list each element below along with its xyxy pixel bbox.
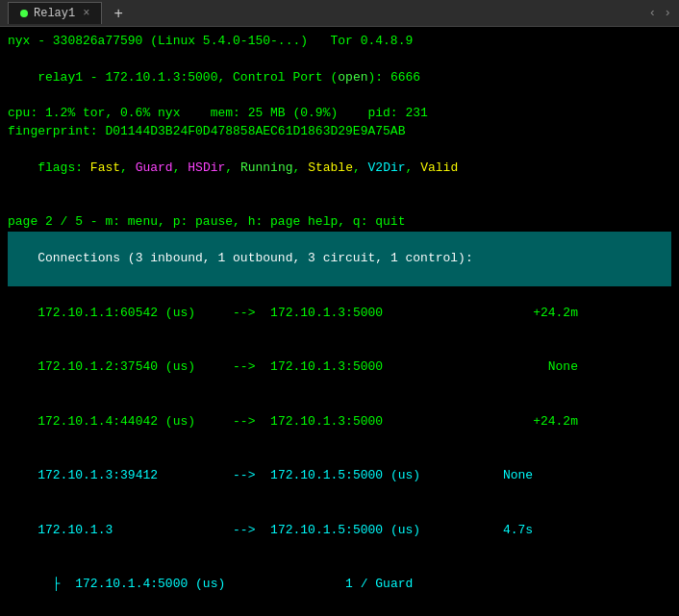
flag-hsdir: HSDir: [188, 160, 225, 175]
conn-stat-val: None: [383, 359, 578, 374]
flags-label: flags:: [38, 160, 90, 175]
conn-dst: 172.10.1.5:5000 (us): [270, 468, 420, 482]
conn-stat-val: +24.2m: [383, 306, 578, 320]
flag-sep-4: ,: [293, 160, 309, 175]
titlebar-nav: ‹ ›: [648, 6, 671, 20]
flag-sep-6: ,: [406, 160, 421, 175]
conn-row-3: 172.10.1.4:44042 (us) --> 172.10.1.3:500…: [8, 395, 671, 450]
tab-close-button[interactable]: ×: [83, 7, 89, 20]
fingerprint-line: fingerprint: D01144D3B24F0D478858AEC61D1…: [8, 123, 671, 141]
circuit-src: 172.10.1.3: [38, 523, 233, 537]
circuit-child-1-1: ├ 172.10.1.4:5000 (us) 1 / Guard: [8, 557, 671, 612]
conn-src: 172.10.1.4:44042 (us): [38, 414, 233, 429]
flag-guard: Guard: [136, 160, 173, 175]
circuit-child-1-2: ├ 172.10.1.2:5000 (us) 2 / Middle: [8, 612, 671, 616]
conn-src: 172.10.1.2:37540 (us): [38, 359, 233, 374]
conn-stat-val: None: [420, 468, 533, 482]
port-info: ): 6666: [368, 70, 421, 85]
status-line-1: nyx - 330826a77590 (Linux 5.4.0-150-...)…: [8, 33, 671, 51]
tab-relay1[interactable]: Relay1 ×: [8, 2, 102, 24]
conn-dst: 172.10.1.3:5000: [270, 359, 383, 374]
flag-sep-5: ,: [353, 160, 368, 175]
tab-label: Relay1: [34, 7, 75, 20]
conn-src: 172.10.1.1:60542 (us): [38, 306, 233, 320]
conn-dst: 172.10.1.3:5000: [270, 414, 383, 429]
status-line-3: cpu: 1.2% tor, 0.6% nyx mem: 25 MB (0.9%…: [8, 105, 671, 123]
conn-arrow: -->: [233, 306, 270, 320]
page-help-line: page 2 / 5 - m: menu, p: pause, h: page …: [8, 213, 671, 232]
flag-fast: Fast: [90, 160, 120, 175]
circuit-stat: 4.7s: [420, 523, 533, 537]
status-line-2: relay1 - 172.10.1.3:5000, Control Port (…: [8, 51, 671, 106]
titlebar: Relay1 × + ‹ ›: [0, 0, 679, 27]
conn-row-2: 172.10.1.2:37540 (us) --> 172.10.1.3:500…: [8, 340, 671, 395]
conn-dst: 172.10.1.3:5000: [270, 306, 383, 320]
flag-stable: Stable: [308, 160, 353, 175]
nav-right-icon[interactable]: ›: [664, 6, 671, 20]
conn-arrow: -->: [233, 414, 270, 429]
conn-arrow: -->: [233, 468, 270, 482]
tab-status-dot: [20, 10, 28, 17]
flag-valid: Valid: [420, 160, 458, 175]
blank-line: [8, 196, 671, 214]
circuit-row-1: 172.10.1.3 --> 172.10.1.5:5000 (us) 4.7s: [8, 504, 671, 558]
child-badge: 1 / Guard: [225, 577, 413, 591]
conn-src: 172.10.1.3:39412: [38, 468, 233, 482]
flag-v2dir: V2Dir: [368, 160, 406, 175]
flag-sep-3: ,: [225, 160, 240, 175]
relay-info: relay1 - 172.10.1.3:5000, Control Port (: [38, 70, 338, 85]
conn-row-1: 172.10.1.1:60542 (us) --> 172.10.1.3:500…: [8, 286, 671, 341]
flag-sep-2: ,: [173, 160, 189, 175]
connections-header-line: Connections (3 inbound, 1 outbound, 3 ci…: [8, 232, 671, 286]
conn-arrow: -->: [233, 359, 270, 374]
conn-row-4: 172.10.1.3:39412 --> 172.10.1.5:5000 (us…: [8, 449, 671, 504]
connections-header-text: Connections (3 inbound, 1 outbound, 3 ci…: [38, 251, 472, 265]
new-tab-button[interactable]: +: [106, 5, 130, 22]
flag-sep-1: ,: [120, 160, 136, 175]
flag-running: Running: [240, 160, 293, 175]
circuit-arrow: -->: [233, 523, 270, 537]
child-label: 172.10.1.4:5000 (us): [75, 577, 225, 591]
tree-pipe: ├: [38, 577, 75, 591]
open-status: open: [338, 70, 367, 85]
nav-left-icon[interactable]: ‹: [648, 6, 656, 20]
terminal: nyx - 330826a77590 (Linux 5.4.0-150-...)…: [0, 27, 679, 616]
circuit-dst: 172.10.1.5:5000 (us): [270, 523, 420, 537]
conn-stat-val: +24.2m: [383, 414, 578, 429]
flags-line: flags: Fast, Guard, HSDir, Running, Stab…: [8, 141, 671, 196]
